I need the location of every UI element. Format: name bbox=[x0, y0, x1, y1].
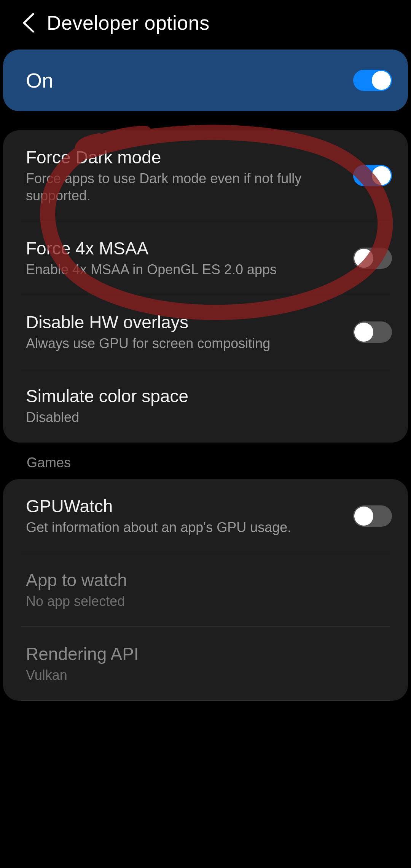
master-toggle-switch[interactable] bbox=[353, 70, 392, 91]
setting-force-dark-mode[interactable]: Force Dark mode Force apps to use Dark m… bbox=[3, 130, 408, 221]
setting-disable-hw-overlays[interactable]: Disable HW overlays Always use GPU for s… bbox=[3, 295, 408, 369]
setting-gpuwatch[interactable]: GPUWatch Get information about an app's … bbox=[3, 479, 408, 553]
setting-title: Simulate color space bbox=[26, 386, 188, 406]
force-4x-msaa-toggle[interactable] bbox=[353, 248, 392, 269]
setting-title: App to watch bbox=[26, 570, 127, 590]
setting-subtitle: Enable 4x MSAA in OpenGL ES 2.0 apps bbox=[26, 261, 277, 278]
section-heading-games: Games bbox=[0, 443, 411, 479]
setting-title: Force Dark mode bbox=[26, 147, 323, 168]
setting-title: Rendering API bbox=[26, 644, 139, 664]
setting-simulate-color-space[interactable]: Simulate color space Disabled bbox=[3, 369, 408, 443]
setting-title: GPUWatch bbox=[26, 496, 291, 516]
setting-subtitle: Force apps to use Dark mode even if not … bbox=[26, 170, 323, 204]
page-title: Developer options bbox=[47, 11, 210, 34]
gpuwatch-toggle[interactable] bbox=[353, 505, 392, 527]
setting-subtitle: Get information about an app's GPU usage… bbox=[26, 519, 291, 536]
settings-card-rendering: Force Dark mode Force apps to use Dark m… bbox=[3, 130, 408, 443]
setting-force-4x-msaa[interactable]: Force 4x MSAA Enable 4x MSAA in OpenGL E… bbox=[3, 221, 408, 295]
force-dark-mode-toggle[interactable] bbox=[353, 165, 392, 186]
settings-card-games: GPUWatch Get information about an app's … bbox=[3, 479, 408, 701]
disable-hw-overlays-toggle[interactable] bbox=[353, 321, 392, 343]
setting-subtitle: Always use GPU for screen compositing bbox=[26, 335, 270, 352]
app-header: Developer options bbox=[0, 0, 411, 50]
back-icon[interactable] bbox=[21, 12, 35, 34]
setting-title: Disable HW overlays bbox=[26, 312, 270, 332]
setting-app-to-watch[interactable]: App to watch No app selected bbox=[3, 553, 408, 627]
setting-subtitle: No app selected bbox=[26, 593, 127, 610]
divider bbox=[21, 700, 390, 701]
master-toggle-card: On bbox=[3, 50, 408, 111]
setting-title: Force 4x MSAA bbox=[26, 238, 277, 259]
setting-subtitle: Vulkan bbox=[26, 667, 139, 684]
setting-rendering-api[interactable]: Rendering API Vulkan bbox=[3, 627, 408, 700]
master-toggle-label: On bbox=[26, 69, 53, 92]
setting-subtitle: Disabled bbox=[26, 409, 188, 426]
